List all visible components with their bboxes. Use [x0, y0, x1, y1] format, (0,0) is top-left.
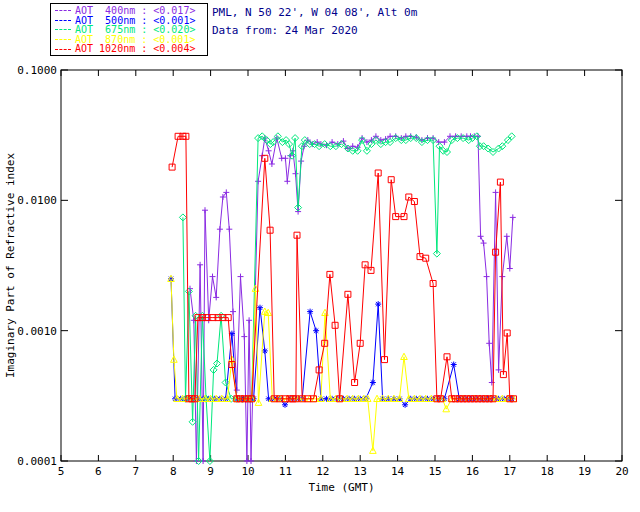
- y-axis-title: Imaginary Part of Refractive index: [4, 153, 17, 379]
- legend-value: <0.004>: [153, 44, 195, 54]
- series-aot-400nm: [187, 133, 516, 464]
- x-tick-label: 17: [503, 465, 516, 478]
- legend-line-sample-1020nm-icon: [55, 49, 71, 50]
- legend-separator: :: [135, 44, 153, 54]
- y-tick-label: 0.0010: [17, 325, 57, 338]
- x-tick-label: 6: [95, 465, 102, 478]
- x-tick-label: 14: [391, 465, 405, 478]
- x-axis-title: Time (GMT): [308, 481, 374, 494]
- y-tick-label: 0.0100: [17, 194, 57, 207]
- x-tick-label: 19: [578, 465, 591, 478]
- y-tick-label: 0.0001: [17, 455, 57, 468]
- legend-line-sample-500nm-icon: [55, 20, 71, 21]
- data-date-text: Data from: 24 Mar 2020: [212, 24, 358, 37]
- series-aot-1020nm: [169, 133, 516, 402]
- x-tick-label: 20: [615, 465, 628, 478]
- x-axis: 567891011121314151617181920Time (GMT): [58, 70, 629, 494]
- legend-line-sample-870nm-icon: [55, 39, 71, 40]
- legend-label: AOT 1020nm: [75, 44, 135, 54]
- x-tick-label: 15: [428, 465, 441, 478]
- chart-canvas: 567891011121314151617181920Time (GMT)0.0…: [0, 0, 640, 512]
- legend-item-aot-1020nm: AOT 1020nm : <0.004>: [55, 44, 207, 54]
- x-tick-label: 5: [58, 465, 65, 478]
- station-location-text: PML, N 50 22', W 04 08', Alt 0m: [212, 6, 417, 19]
- plot-frame: [61, 70, 622, 461]
- y-axis: 0.00010.00100.01000.1000Imaginary Part o…: [4, 64, 622, 468]
- chart-window: 567891011121314151617181920Time (GMT)0.0…: [0, 0, 640, 512]
- legend-line-sample-675nm-icon: [55, 29, 71, 30]
- series-aot-500nm: [168, 276, 515, 408]
- y-tick-label: 0.1000: [17, 64, 57, 77]
- x-tick-label: 7: [132, 465, 139, 478]
- x-tick-label: 12: [316, 465, 329, 478]
- x-tick-label: 16: [466, 465, 479, 478]
- x-tick-label: 8: [170, 465, 177, 478]
- x-tick-label: 10: [241, 465, 254, 478]
- x-tick-label: 9: [207, 465, 214, 478]
- x-tick-label: 11: [279, 465, 292, 478]
- legend-box: AOT 400nm : <0.017> AOT 500nm : <0.001> …: [50, 3, 208, 56]
- legend-line-sample-400nm-icon: [55, 10, 71, 11]
- x-tick-label: 13: [354, 465, 367, 478]
- x-tick-label: 18: [541, 465, 554, 478]
